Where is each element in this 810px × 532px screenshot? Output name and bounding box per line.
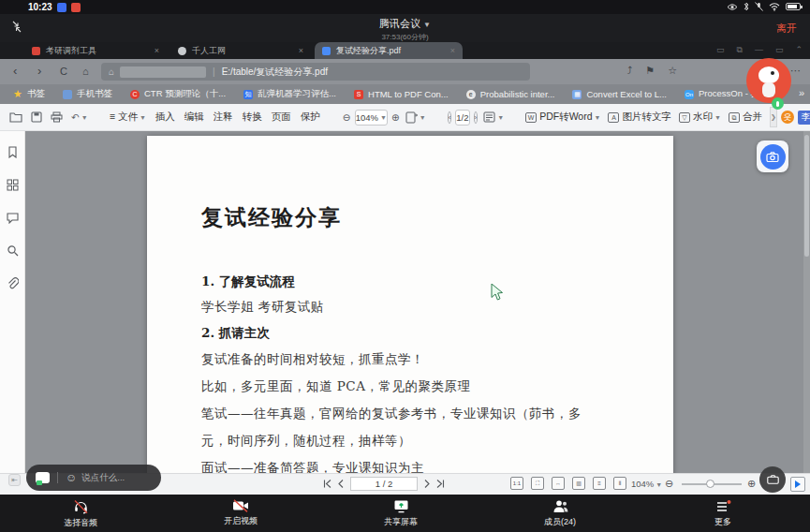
toolbar-collapse-handle[interactable]: ❯ [770, 107, 777, 127]
forward-button[interactable]: › [37, 64, 41, 79]
tab3-close-icon[interactable]: × [443, 46, 455, 55]
minimize-icon[interactable]: — [755, 45, 763, 55]
zoom-out-button[interactable]: ⊖ [343, 111, 351, 123]
excel-icon: ▦ [572, 90, 582, 99]
bookmark-item[interactable]: CCTR 预测理论（十... [130, 88, 226, 100]
bookmarks-overflow-icon[interactable]: » [799, 87, 804, 98]
search-icon[interactable] [7, 244, 19, 257]
save-icon[interactable] [31, 111, 42, 123]
menu-convert[interactable]: 转换 [243, 111, 262, 124]
menu-protect[interactable]: 保护 [301, 111, 320, 124]
menu-page[interactable]: 页面 [272, 111, 291, 124]
members-button[interactable]: 成员(24) [518, 499, 602, 528]
zoom-slider-knob[interactable] [706, 480, 714, 488]
home-button[interactable]: ⌂ [82, 64, 89, 79]
two-page-icon[interactable]: ⫴ [613, 477, 626, 490]
browser-tab-active[interactable]: 复试经验分享.pdf × [315, 42, 463, 59]
tab1-close-icon[interactable]: × [147, 46, 159, 55]
bookmark-item[interactable]: SHTML to PDF Con... [354, 89, 449, 99]
page-indicator[interactable]: 1/2 [455, 110, 469, 126]
more-button[interactable]: 更多 [681, 499, 765, 528]
zoom-percent[interactable]: 104%▼ [631, 479, 662, 489]
share-page-icon[interactable]: ⤴ [627, 65, 633, 76]
zoom-out-button[interactable]: ⊖ [665, 478, 673, 490]
last-page-button[interactable] [436, 480, 445, 488]
bookmark-item[interactable]: eProbabilistic inter... [466, 89, 555, 99]
window-controls[interactable]: ▭ ⧉ — ▭ ⌃ [716, 45, 803, 55]
next-page-button[interactable] [424, 480, 430, 488]
prev-page-button[interactable]: ‹ [448, 111, 452, 124]
screen-capture-widget[interactable] [757, 140, 788, 172]
menu-edit[interactable]: 编辑 [184, 111, 204, 124]
select-audio-button[interactable]: 选择音频 [38, 499, 123, 529]
address-bar[interactable]: ⌂ | E:/table/复试经验分享.pdf [101, 63, 530, 81]
first-page-button[interactable] [323, 480, 331, 488]
chat-placeholder[interactable]: 说点什么... [81, 472, 125, 484]
scrollbar-thumb[interactable] [804, 135, 809, 257]
start-video-button[interactable]: 开启视频 [199, 499, 283, 527]
print-icon[interactable] [51, 111, 63, 123]
bookmark-star-icon[interactable]: ☆ [668, 65, 677, 77]
open-file-icon[interactable] [9, 111, 22, 123]
reload-button[interactable]: C [60, 64, 67, 79]
merge-split-button[interactable]: ⧉合并 [729, 111, 762, 124]
maximize-icon[interactable]: ▭ [775, 45, 784, 55]
menu-insert[interactable]: 插入 [155, 111, 175, 124]
scrollbar[interactable] [803, 131, 810, 473]
emoji-icon[interactable]: ☺ [66, 471, 77, 484]
undo-icon[interactable]: ↶▼ [71, 111, 88, 123]
zoom-slider[interactable] [682, 483, 742, 485]
fit-width-icon[interactable]: ↔ [552, 477, 565, 490]
menu-annotate[interactable]: 注释 [214, 111, 233, 124]
account-chip[interactable]: 웃 李玫娟 [781, 111, 810, 125]
capture-button[interactable] [760, 144, 786, 170]
fit-page-icon[interactable]: ⛶ [531, 477, 544, 490]
address-url[interactable]: E:/table/复试经验分享.pdf [222, 66, 328, 79]
browser-menu-icon[interactable]: ⋯ [790, 65, 801, 77]
document-viewport[interactable]: 复试经验分享 1. 了解复试流程 学长学姐 考研复试贴 2. 抓请主次 复试准备… [26, 131, 810, 473]
zoom-in-button[interactable]: ⊕ [391, 111, 400, 123]
bookmark-item[interactable]: ▦Convert Excel to L... [572, 89, 667, 99]
attachment-icon[interactable] [7, 277, 19, 289]
page-fit-icon[interactable]: ▼ [405, 111, 426, 124]
collapse-up-icon[interactable]: ⌃ [795, 45, 803, 55]
cast-icon[interactable]: ⧉ [737, 45, 743, 55]
next-page-button[interactable]: › [474, 111, 479, 124]
dock-arrow-icon[interactable]: ⇤ [8, 474, 21, 486]
pdf-page[interactable]: 复试经验分享 1. 了解复试流程 学长学姐 考研复试贴 2. 抓请主次 复试准备… [147, 136, 673, 473]
zoom-in-button[interactable]: ⊕ [747, 478, 756, 490]
single-page-icon[interactable]: ≡ [593, 477, 606, 490]
page-number-box[interactable]: 1 / 2 [350, 477, 418, 491]
share-screen-button[interactable]: 共享屏幕 [359, 499, 443, 528]
tab2-close-icon[interactable]: × [291, 46, 303, 55]
read-mode-icon[interactable]: ▼ [483, 111, 504, 123]
bookmark-item[interactable]: ★书签 [13, 88, 45, 100]
panel-icon[interactable]: ▭ [716, 45, 725, 55]
flag-icon[interactable]: ⚑ [645, 65, 655, 77]
bookmark-item[interactable]: 知乱弹机器学习评估... [243, 88, 336, 100]
participant-video-bubble[interactable] [746, 58, 791, 103]
bookmark-panel-icon[interactable] [7, 146, 19, 158]
csdn-icon: C [130, 90, 140, 99]
browser-tab-2[interactable]: 千人工网 × [170, 42, 311, 59]
actual-size-icon[interactable]: 1:1 [510, 477, 523, 490]
bookmark-item[interactable]: 手机书签 [63, 88, 112, 100]
doc-line: 比如，多元里面，知道 PCA，常见的聚类原理 [201, 378, 470, 395]
file-menu[interactable]: ≡文件▼ [110, 111, 146, 124]
comments-panel-icon[interactable] [7, 212, 19, 224]
image-to-text-button[interactable]: A图片转文字 [608, 111, 671, 124]
presentation-mode-button[interactable] [790, 477, 805, 492]
reading-mode-icon[interactable]: ▥ [572, 477, 585, 490]
meeting-screenshot-button[interactable] [759, 466, 786, 493]
watermark-button[interactable]: ▽水印▼ [679, 111, 721, 124]
meeting-title[interactable]: 腾讯会议 ▼ [0, 17, 810, 31]
pdf-to-word-button[interactable]: WPDF转Word▼ [525, 111, 600, 124]
thumbnails-panel-icon[interactable] [7, 179, 19, 191]
wps-toolbar: ↶▼ ≡文件▼ 插入 编辑 注释 转换 页面 保护 ⊖ 104%▼ ⊕ ▼ ‹ … [0, 104, 810, 131]
prev-page-button[interactable] [338, 480, 344, 488]
meeting-chat-pill[interactable]: ☺ 说点什么... [26, 465, 161, 491]
zoom-level-select[interactable]: 104%▼ [355, 110, 388, 126]
back-button[interactable]: ‹ [13, 64, 17, 79]
browser-tab-1[interactable]: 考研调剂工具 × [24, 42, 167, 59]
leave-meeting-button[interactable]: 离开 [776, 22, 797, 36]
